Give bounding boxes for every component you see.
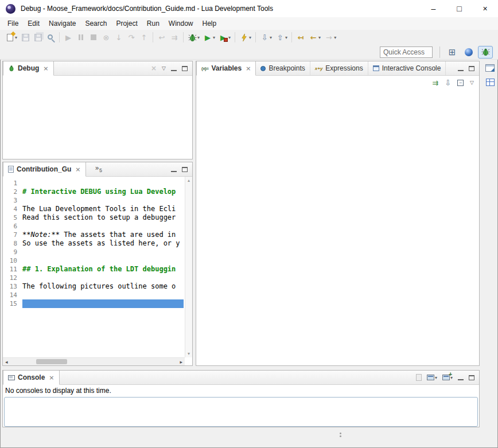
line-number: 14	[3, 291, 22, 299]
window-minimize-button[interactable]: –	[421, 0, 446, 17]
maximize-view-icon[interactable]	[469, 375, 474, 380]
minimize-view-icon[interactable]	[458, 375, 464, 380]
minimized-view-trim	[482, 61, 498, 367]
collapse-all-button[interactable]	[457, 80, 464, 86]
sash-drag-handle[interactable]	[340, 433, 341, 434]
show-logical-structure-button[interactable]: ⇉	[432, 79, 438, 87]
restore-minimized-stack-button[interactable]	[485, 64, 495, 72]
lua-perspective-button[interactable]	[461, 46, 476, 59]
editor-line: 4The Lua Development Tools in the Ecli	[3, 205, 185, 213]
scrollbar-thumb[interactable]	[36, 359, 67, 364]
variables-view-content[interactable]	[196, 89, 479, 365]
tab-contribution-guide[interactable]: Contribution_Gu ×	[3, 162, 86, 177]
debug-view-content[interactable]	[3, 76, 192, 159]
previous-annotation-button[interactable]: ⇧ ▾	[274, 31, 289, 44]
search-button[interactable]	[44, 31, 57, 44]
scroll-left-icon[interactable]: ◂	[5, 359, 8, 365]
line-number: 1	[3, 179, 22, 188]
editor-vertical-scrollbar[interactable]: ▴ ▾	[185, 177, 192, 357]
close-icon[interactable]: ×	[246, 65, 251, 72]
tab-variables[interactable]: (x)= Variables ×	[196, 61, 256, 76]
tab-interactive-console[interactable]: Interactive Console	[368, 61, 446, 75]
display-selected-console-button[interactable]: ▾	[427, 375, 437, 380]
menu-run[interactable]: Run	[142, 18, 164, 29]
editor-line: 5Read this section to setup a debugger	[3, 213, 185, 222]
view-menu-icon[interactable]: ▽	[470, 80, 474, 85]
lua-perspective-icon	[465, 48, 473, 56]
menu-edit[interactable]: Edit	[23, 18, 44, 29]
tab-console[interactable]: Console ×	[3, 371, 60, 385]
close-icon[interactable]: ×	[43, 65, 48, 72]
disconnect-button[interactable]: ⊗	[100, 31, 112, 44]
add-watch-expression-button[interactable]: ⇩	[445, 79, 451, 87]
editor-tab-overflow-button[interactable]: » 5	[95, 162, 102, 176]
editor-line: 6	[3, 222, 185, 231]
tab-debug[interactable]: Debug ×	[3, 61, 54, 76]
minimized-view-icon-button[interactable]	[486, 79, 495, 86]
forward-button[interactable]: → ▾	[322, 31, 338, 44]
back-button[interactable]: ← ▾	[307, 31, 322, 44]
step-over-button[interactable]: ↷	[125, 31, 138, 44]
minimize-view-icon[interactable]	[171, 167, 177, 172]
menu-navigate[interactable]: Navigate	[44, 18, 80, 29]
close-icon[interactable]: ×	[75, 166, 80, 173]
step-into-button[interactable]: ↓	[112, 31, 125, 44]
menu-search[interactable]: Search	[80, 18, 111, 29]
scroll-down-icon[interactable]: ▾	[188, 351, 190, 356]
debug-perspective-button[interactable]	[478, 46, 493, 59]
step-return-button[interactable]: ↑	[138, 31, 150, 44]
save-button[interactable]	[19, 31, 32, 44]
external-tools-button[interactable]: ▶ ▾	[217, 31, 232, 44]
scroll-right-icon[interactable]: ▸	[180, 359, 182, 365]
attach-debug-button[interactable]: ▾	[238, 31, 253, 44]
debug-button[interactable]: ▾	[186, 31, 201, 44]
open-perspective-button[interactable]: ⊞	[445, 46, 460, 59]
minimize-view-icon[interactable]	[171, 66, 177, 71]
menu-file[interactable]: File	[3, 18, 23, 29]
step-into-icon: ↓	[114, 33, 123, 42]
console-text-area[interactable]	[4, 397, 478, 427]
display-console-icon	[427, 375, 434, 380]
menu-window[interactable]: Window	[164, 18, 198, 29]
terminate-button[interactable]	[87, 31, 100, 44]
lightning-icon	[240, 33, 248, 42]
new-wizard-button[interactable]: ▾	[3, 31, 19, 44]
toolbar-separator	[235, 32, 235, 42]
resume-button[interactable]: ▶	[62, 31, 75, 44]
dropdown-arrow-icon: ▾	[334, 35, 336, 40]
minimize-view-icon[interactable]	[458, 66, 464, 71]
remove-all-terminated-button[interactable]: ×	[151, 64, 157, 72]
drop-to-frame-button[interactable]: ↩	[155, 31, 168, 44]
scroll-up-icon[interactable]: ▴	[188, 178, 190, 183]
tab-breakpoints[interactable]: Breakpoints	[256, 61, 310, 75]
maximize-view-icon[interactable]	[182, 66, 188, 71]
run-button[interactable]: ▶ ▾	[201, 31, 217, 44]
tab-expressions[interactable]: x+y Expressions	[310, 61, 368, 75]
next-annotation-button[interactable]: ⇩ ▾	[258, 31, 274, 44]
close-icon[interactable]: ×	[49, 374, 54, 381]
window-maximize-button[interactable]: □	[446, 0, 472, 17]
editor-text-area[interactable]: 1 2# Interactive DEBUG using Lua Develop…	[3, 177, 192, 365]
last-edit-location-button[interactable]: ↤	[294, 31, 307, 44]
app-icon	[6, 4, 15, 14]
save-all-button[interactable]	[32, 31, 44, 44]
editor-horizontal-scrollbar[interactable]: ◂ ▸	[3, 357, 185, 365]
step-over-icon: ↷	[127, 33, 136, 42]
line-text: The Lua Development Tools in the Ecli	[22, 205, 176, 213]
use-step-filters-button[interactable]: ⇉	[168, 31, 181, 44]
maximize-view-icon[interactable]	[469, 66, 474, 71]
quick-access-input[interactable]: Quick Access	[380, 46, 433, 58]
open-console-button[interactable]: ▾	[442, 375, 453, 380]
view-menu-icon[interactable]: ▽	[162, 65, 166, 71]
window-close-button[interactable]: ×	[472, 0, 498, 17]
step-return-icon: ↑	[139, 33, 149, 42]
tab-contribution-guide-label: Contribution_Gu	[17, 165, 71, 173]
editor-line: 9	[3, 248, 185, 256]
maximize-view-icon[interactable]	[182, 167, 188, 172]
line-text: The assets that are used in	[60, 231, 176, 239]
console-view-content: No consoles to display at this time.	[3, 385, 479, 427]
menu-project[interactable]: Project	[111, 18, 142, 29]
menu-help[interactable]: Help	[198, 18, 221, 29]
suspend-button[interactable]	[75, 31, 87, 44]
pin-console-icon[interactable]	[416, 374, 422, 381]
